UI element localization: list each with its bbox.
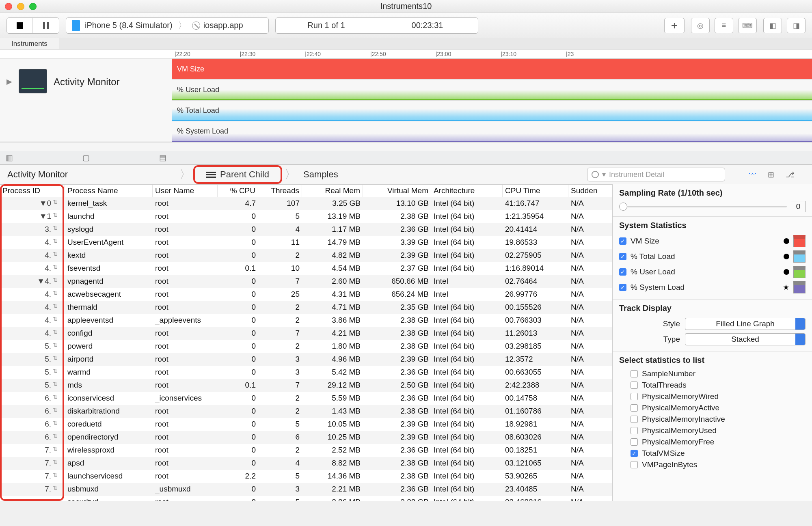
table-row[interactable]: 4.⇅ appleeventsd _appleevents 0 2 3.86 M…	[0, 314, 612, 327]
table-row[interactable]: 5.⇅ powerd root 0 2 1.80 MB 2.38 GB Inte…	[0, 340, 612, 353]
checkbox[interactable]: ✓	[631, 450, 638, 457]
hdr-user-name[interactable]: User Name	[153, 185, 218, 197]
table-row[interactable]: 6.⇅ iconservicesd _iconservices 0 2 5.59…	[0, 392, 612, 405]
color-swatch	[793, 281, 806, 293]
list-item[interactable]: PhysicalMemoryActive	[619, 402, 806, 414]
table-row[interactable]: 4.⇅ acwebsecagent root 0 25 4.31 MB 656.…	[0, 288, 612, 301]
minimize-window-button[interactable]	[17, 3, 24, 10]
hdr-sudden[interactable]: Sudden	[568, 185, 604, 197]
sampling-rate-label: Sampling Rate (1/10th sec)	[619, 188, 806, 198]
add-instrument-button[interactable]: +	[664, 18, 685, 33]
list-item[interactable]: PhysicalMemoryUsed	[619, 425, 806, 436]
checkbox[interactable]: ✓	[619, 237, 626, 245]
detail-header: Activity Monitor 〉 Parent Child 〉 Sample…	[0, 165, 812, 184]
sampling-rate-slider[interactable]	[619, 206, 787, 207]
hierarchy-icon[interactable]: ⎇	[786, 170, 795, 179]
hdr-real-mem[interactable]: Real Mem	[302, 185, 363, 197]
color-swatch	[793, 266, 806, 278]
style-select[interactable]: Filled Line Graph	[685, 318, 806, 330]
table-row[interactable]: ▼0⇅ kernel_task root 4.7 107 3.25 GB 13.…	[0, 197, 612, 210]
table-row[interactable]: 4.⇅ UserEventAgent root 0 11 14.79 MB 3.…	[0, 236, 612, 249]
table-row[interactable]: 7.⇅ apsd root 0 4 8.82 MB 2.38 GB Intel …	[0, 457, 612, 470]
elapsed-time: 00:23:31	[377, 21, 478, 30]
stop-button[interactable]	[7, 18, 33, 33]
filter-icon[interactable]: ▤	[159, 153, 166, 162]
waveform-icon[interactable]: 〰	[749, 170, 756, 179]
table-row[interactable]: 5.⇅ mds root 0.1 7 29.12 MB 2.50 GB Inte…	[0, 379, 612, 392]
checkbox[interactable]	[631, 404, 638, 412]
type-select[interactable]: Stacked	[685, 333, 806, 345]
stat-row[interactable]: ✓ % Total Load	[619, 249, 806, 264]
table-row[interactable]: 6.⇅ opendirectoryd root 0 6 10.25 MB 2.3…	[0, 431, 612, 444]
instrument-detail-search[interactable]: ▾ Instrument Detail	[587, 168, 725, 181]
hdr-virtual-mem[interactable]: Virtual Mem	[363, 185, 431, 197]
hdr-architecture[interactable]: Architecture	[431, 185, 503, 197]
pause-button[interactable]	[33, 18, 59, 33]
table-row[interactable]: ▼1⇅ launchd root 0 5 13.19 MB 2.38 GB In…	[0, 210, 612, 223]
track-lanes[interactable]: VM Size % User Load % Total Load % Syste…	[172, 58, 812, 142]
timeline-ruler[interactable]: |22:20 |22:30 |22:40 |22:50 |23:00 |23:1…	[0, 50, 812, 58]
checkbox[interactable]	[631, 370, 638, 377]
table-row[interactable]: 4.⇅ fseventsd root 0.1 10 4.54 MB 2.37 G…	[0, 262, 612, 275]
table-row[interactable]: 7.⇅ securityd root 0 5 3.86 MB 2.38 GB I…	[0, 496, 612, 501]
table-row[interactable]: 4.⇅ configd root 0 7 4.21 MB 2.38 GB Int…	[0, 327, 612, 340]
table-row[interactable]: 4.⇅ thermald root 0 2 4.71 MB 2.35 GB In…	[0, 301, 612, 314]
lane-system-load: % System Load	[172, 121, 812, 142]
fullscreen-window-button[interactable]	[29, 3, 37, 10]
table-row[interactable]: 6.⇅ coreduetd root 0 5 10.05 MB 2.39 GB …	[0, 418, 612, 431]
table-row[interactable]: 5.⇅ airportd root 0 3 4.96 MB 2.39 GB In…	[0, 353, 612, 366]
hdr-threads[interactable]: Threads	[258, 185, 302, 197]
checkbox[interactable]	[631, 393, 638, 400]
checkbox[interactable]: ✓	[619, 253, 626, 260]
tab-instruments[interactable]: Instruments	[0, 38, 59, 49]
checkbox[interactable]	[631, 461, 638, 468]
checkbox[interactable]	[631, 427, 638, 434]
dot-icon	[784, 269, 789, 275]
list-item[interactable]: ✓ TotalVMSize	[619, 448, 806, 459]
checkbox[interactable]	[631, 438, 638, 446]
bc-samples[interactable]: Samples	[298, 169, 343, 180]
stat-row[interactable]: ✓ % User Load	[619, 264, 806, 280]
stat-row[interactable]: ✓ VM Size	[619, 233, 806, 249]
table-row[interactable]: 5.⇅ warmd root 0 3 5.42 MB 2.36 GB Intel…	[0, 366, 612, 379]
track-title[interactable]: Activity Monitor	[54, 65, 120, 88]
sampling-rate-value[interactable]: 0	[791, 201, 806, 212]
right-panel-button[interactable]: ◨	[787, 18, 806, 33]
list-item[interactable]: VMPageInBytes	[619, 459, 806, 470]
list-item[interactable]: PhysicalMemoryWired	[619, 391, 806, 402]
table-row[interactable]: 7.⇅ wirelessproxd root 0 2 2.52 MB 2.36 …	[0, 444, 612, 457]
close-window-button[interactable]	[5, 3, 12, 10]
hdr-process-id[interactable]: Process ID	[0, 185, 65, 197]
checkbox[interactable]: ✓	[619, 284, 626, 291]
list-item[interactable]: SampleNumber	[619, 368, 806, 379]
settings-bars-icon[interactable]: ⊞	[768, 170, 774, 179]
keyboard-button[interactable]: ⌨	[738, 18, 757, 33]
hdr-cpu-time[interactable]: CPU Time	[503, 185, 568, 197]
style-label: Style	[619, 319, 680, 328]
graph-icon[interactable]: ▥	[6, 153, 13, 162]
track-disclosure[interactable]: ▶	[6, 65, 12, 86]
bc-parent-child[interactable]: Parent Child	[193, 165, 282, 184]
left-panel-button[interactable]: ◧	[763, 18, 782, 33]
checkbox[interactable]: ✓	[619, 268, 626, 276]
checkbox[interactable]	[631, 382, 638, 389]
table-row[interactable]: 7.⇅ usbmuxd _usbmuxd 0 3 2.21 MB 2.36 GB…	[0, 483, 612, 496]
minimap[interactable]	[0, 142, 812, 151]
hdr-process-name[interactable]: Process Name	[65, 185, 153, 197]
table-row[interactable]: 3.⇅ syslogd root 0 4 1.17 MB 2.36 GB Int…	[0, 223, 612, 236]
table-row[interactable]: 6.⇅ diskarbitrationd root 0 2 1.43 MB 2.…	[0, 405, 612, 418]
table-row[interactable]: 7.⇅ launchservicesd root 2.2 5 14.36 MB …	[0, 470, 612, 483]
list-item[interactable]: TotalThreads	[619, 379, 806, 391]
list-item[interactable]: PhysicalMemoryFree	[619, 436, 806, 448]
target-selector[interactable]: iPhone 5 (8.4 Simulator) 〉 iosapp.app	[66, 17, 269, 34]
strategy-button[interactable]: ◎	[691, 18, 710, 33]
stat-row[interactable]: ✓ % System Load ★	[619, 280, 806, 295]
column-headers: Process ID Process Name User Name % CPU …	[0, 184, 612, 197]
list-item[interactable]: PhysicalMemoryInactive	[619, 414, 806, 425]
table-row[interactable]: ▼4.⇅ vpnagentd root 0 7 2.60 MB 650.66 M…	[0, 275, 612, 288]
hdr-cpu[interactable]: % CPU	[218, 185, 258, 197]
library-icon[interactable]: ▢	[82, 153, 90, 162]
list-view-button[interactable]: ≡	[715, 18, 733, 33]
checkbox[interactable]	[631, 416, 638, 423]
table-row[interactable]: 4.⇅ kextd root 0 2 4.82 MB 2.39 GB Intel…	[0, 249, 612, 262]
